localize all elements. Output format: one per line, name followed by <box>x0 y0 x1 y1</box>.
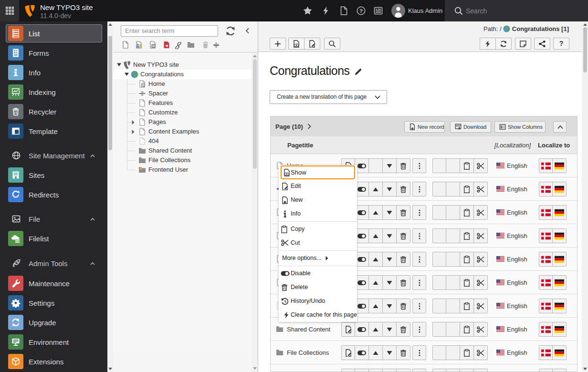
svg-text:?: ? <box>359 8 363 14</box>
